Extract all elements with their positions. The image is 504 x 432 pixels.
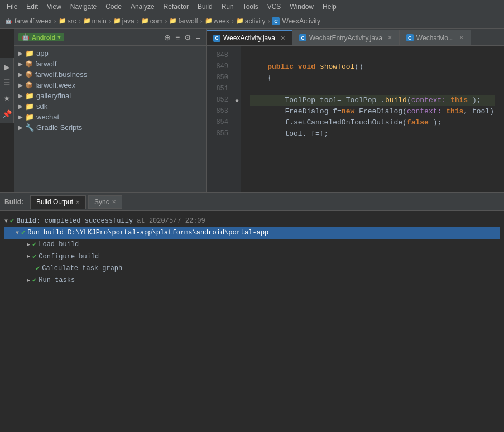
run-tasks-text: Run tasks xyxy=(39,275,75,286)
dropdown-arrow-icon: ▾ xyxy=(57,33,61,41)
list-tool-button[interactable]: ☰ xyxy=(2,77,12,88)
run-tool-button[interactable]: ▶ xyxy=(3,61,11,73)
breadcrumb-weex[interactable]: weex xyxy=(214,17,229,25)
menu-navigate[interactable]: Navigate xyxy=(66,2,101,12)
check-icon-5: ✔ xyxy=(36,263,40,274)
pin-tool-button[interactable]: 📌 xyxy=(1,108,13,119)
tree-label-wechat: wechat xyxy=(36,113,59,121)
folder-icon-5: 📁 xyxy=(169,17,177,25)
menu-run[interactable]: Run xyxy=(217,2,238,12)
code-line-855: tool. f=f; xyxy=(250,128,495,140)
folder-icon: 📁 xyxy=(25,49,34,57)
expand-arrow-icon-3[interactable]: ▶ xyxy=(27,241,30,249)
tree-item-app[interactable]: ▶ 📁 app xyxy=(14,48,206,59)
menu-help[interactable]: Help xyxy=(318,2,341,12)
build-line-2[interactable]: ▼ ✔ Run build D:\YLKJPro\portal-app\plat… xyxy=(4,227,500,239)
code-line-854: f.setCanceledOnTouchOutside(false ); xyxy=(250,117,495,128)
folder-icon: 📁 xyxy=(25,102,34,111)
tree-label-app: app xyxy=(36,49,49,57)
build-line-4: ▶ ✔ Configure build xyxy=(4,251,500,263)
build-bold-1: Build: xyxy=(16,216,40,227)
tab-wechat-mo[interactable]: C WechatMo... ✕ xyxy=(400,30,471,45)
module-icon: 📦 xyxy=(25,81,33,89)
sidebar-minimize-button[interactable]: – xyxy=(195,32,201,43)
menu-view[interactable]: View xyxy=(42,2,66,12)
tree-item-wechat[interactable]: ▶ 📁 wechat xyxy=(14,112,206,122)
tab-label-weex: WeexActivity.java xyxy=(223,34,275,42)
tab-build-output[interactable]: Build Output ✕ xyxy=(30,195,86,209)
folder-icon-6: 📁 xyxy=(205,17,213,25)
editor-tabs: C WeexActivity.java ✕ C WechatEntryActiv… xyxy=(207,29,504,46)
breadcrumb-java[interactable]: java xyxy=(122,17,135,25)
close-build-output-button[interactable]: ✕ xyxy=(75,199,80,205)
check-icon-6: ✔ xyxy=(32,275,36,286)
expand-arrow-icon-2[interactable]: ▼ xyxy=(16,229,19,238)
tree-item-galleryfinal[interactable]: ▶ 📁 galleryfinal xyxy=(14,90,206,101)
close-sync-button[interactable]: ✕ xyxy=(112,199,116,205)
expand-arrow-icon-6[interactable]: ▶ xyxy=(27,276,30,285)
left-toolbar: ▶ ☰ ★ 📌 xyxy=(0,58,14,123)
android-icon: 🤖 xyxy=(22,33,30,41)
tree-arrow-icon: ▶ xyxy=(18,124,23,131)
tab-sync[interactable]: Sync ✕ xyxy=(88,195,122,209)
folder-icon: 📁 xyxy=(25,113,34,121)
tree-arrow-icon: ▶ xyxy=(18,93,23,99)
tree-label-farwolf: farwolf xyxy=(35,60,56,68)
check-icon-4: ✔ xyxy=(32,252,36,262)
star-tool-button[interactable]: ★ xyxy=(2,93,12,104)
code-line-850: { xyxy=(250,73,495,84)
breadcrumb-com[interactable]: com xyxy=(150,17,163,25)
code-line-852: ToolPop tool= ToolPop_.build(context: th… xyxy=(250,95,495,106)
sidebar-settings-button[interactable]: ⚙ xyxy=(183,32,193,43)
build-line-1: ▼ ✔ Build: completed successfully at 202… xyxy=(4,215,500,227)
expand-arrow-icon-4[interactable]: ▶ xyxy=(27,252,30,261)
android-dropdown[interactable]: 🤖 Android ▾ xyxy=(18,33,64,41)
breadcrumb-farwolf[interactable]: farwolf xyxy=(178,17,198,25)
expand-arrow-icon[interactable]: ▼ xyxy=(4,217,8,226)
tab-close-button-2[interactable]: ✕ xyxy=(387,34,392,41)
load-build-text: Load build xyxy=(39,239,79,250)
breadcrumb-farwolf-weex[interactable]: farwolf.weex xyxy=(15,17,52,25)
bottom-tabs: Build: Build Output ✕ Sync ✕ xyxy=(0,193,504,211)
tree-label-gradle: Gradle Scripts xyxy=(36,123,82,132)
menu-code[interactable]: Code xyxy=(101,2,126,12)
tree-item-farwolf[interactable]: ▶ 📦 farwolf xyxy=(14,59,206,69)
tree-item-farwolf-weex[interactable]: ▶ 📦 farwolf.weex xyxy=(14,80,206,90)
breadcrumb-src[interactable]: src xyxy=(68,17,76,25)
tab-weex-activity[interactable]: C WeexActivity.java ✕ xyxy=(207,30,292,45)
tree-item-gradle[interactable]: ▶ 🔧 Gradle Scripts xyxy=(14,122,206,133)
tab-close-button-3[interactable]: ✕ xyxy=(459,34,464,41)
sidebar-menu-button[interactable]: ≡ xyxy=(174,32,181,43)
breadcrumb-weex-activity[interactable]: WeexActivity xyxy=(282,17,320,25)
folder-icon-2: 📁 xyxy=(83,17,91,25)
menu-window[interactable]: Window xyxy=(285,2,318,12)
breakpoint-marker: ◆ xyxy=(235,97,238,104)
tree-item-farwolf-business[interactable]: ▶ 📦 farwolf.business xyxy=(14,69,206,80)
tree-label-galleryfinal: galleryfinal xyxy=(36,92,71,100)
menu-vcs[interactable]: VCS xyxy=(263,2,286,12)
menu-bar: File Edit View Navigate Code Analyze Ref… xyxy=(0,0,504,13)
code-line-848 xyxy=(250,50,495,61)
folder-icon-4: 📁 xyxy=(141,17,149,25)
tree-arrow-icon: ▶ xyxy=(18,71,23,78)
breadcrumb-activity[interactable]: activity xyxy=(245,17,266,25)
breadcrumb: 🤖 farwolf.weex › 📁 src › 📁 main › 📁 java… xyxy=(0,13,504,29)
tree-label-farwolf-weex: farwolf.weex xyxy=(35,81,75,89)
sidebar-add-button[interactable]: ⊕ xyxy=(163,32,172,43)
menu-file[interactable]: File xyxy=(2,2,22,12)
java-icon-3: C xyxy=(406,34,414,41)
menu-analyze[interactable]: Analyze xyxy=(126,2,159,12)
menu-build[interactable]: Build xyxy=(193,2,217,12)
menu-tools[interactable]: Tools xyxy=(238,2,263,12)
sidebar-header: 🤖 Android ▾ ⊕ ≡ ⚙ – xyxy=(14,29,206,46)
menu-edit[interactable]: Edit xyxy=(22,2,42,12)
tree-item-sdk[interactable]: ▶ 📁 sdk xyxy=(14,101,206,112)
build-label: Build: xyxy=(4,198,23,206)
tree-label-sdk: sdk xyxy=(36,102,47,111)
folder-icon: 📁 xyxy=(59,17,66,25)
breadcrumb-main[interactable]: main xyxy=(92,17,107,25)
folder-icon-7: 📁 xyxy=(236,17,244,25)
tab-close-button[interactable]: ✕ xyxy=(280,35,285,42)
tab-wechat-entry[interactable]: C WechatEntryActivity.java ✕ xyxy=(292,30,400,45)
menu-refactor[interactable]: Refactor xyxy=(159,2,193,12)
